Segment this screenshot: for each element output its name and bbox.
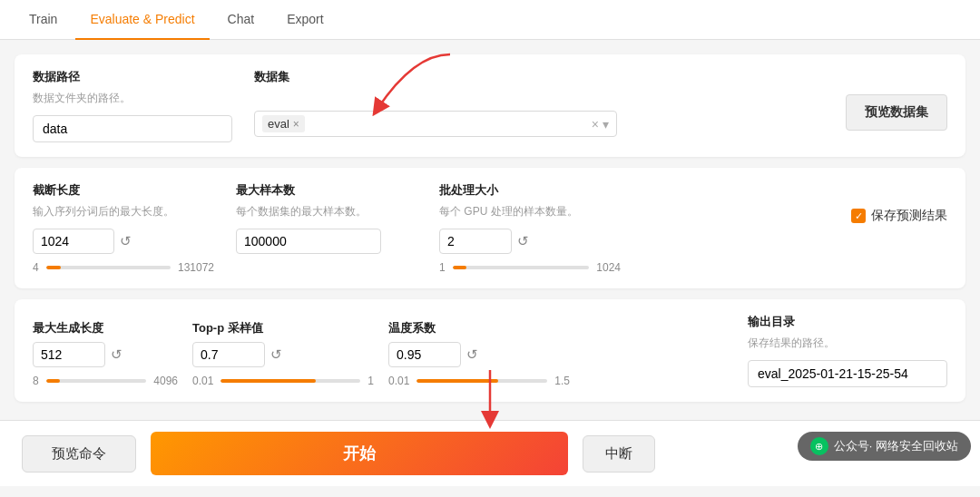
cutoff-label: 截断长度: [33, 182, 214, 199]
data-path-input[interactable]: [33, 115, 232, 142]
tab-chat[interactable]: Chat: [213, 0, 270, 40]
temp-group: 温度系数 ↺ 0.01 1.5: [388, 320, 570, 387]
tab-train[interactable]: Train: [15, 0, 72, 40]
topp-slider[interactable]: 0.01 1: [192, 375, 374, 387]
max-gen-reset-icon[interactable]: ↺: [111, 346, 122, 363]
topp-wrap: ↺: [192, 342, 374, 367]
batch-input[interactable]: [439, 229, 512, 254]
temp-slider[interactable]: 0.01 1.5: [388, 375, 570, 387]
cutoff-input[interactable]: [33, 229, 114, 254]
topp-fill: [220, 379, 316, 383]
temp-fill: [416, 379, 497, 383]
batch-slider[interactable]: 1 1024: [439, 261, 621, 274]
max-gen-fill: [46, 379, 60, 383]
watermark: ⊕ 公众号· 网络安全回收站: [798, 432, 971, 461]
data-path-group: 数据路径 数据文件夹的路径。: [33, 69, 232, 142]
cutoff-reset-icon[interactable]: ↺: [120, 233, 132, 249]
topp-track: [220, 379, 360, 383]
cutoff-max: 131072: [178, 261, 214, 274]
dataset-label: 数据集: [254, 69, 617, 85]
data-path-hint: 数据文件夹的路径。: [33, 91, 232, 106]
topp-label: Top-p 采样值: [192, 320, 374, 336]
output-dir-input[interactable]: [748, 360, 947, 387]
cutoff-group: 截断长度 输入序列分词后的最大长度。 ↺ 4 131072: [33, 182, 214, 274]
temp-reset-icon[interactable]: ↺: [466, 346, 478, 363]
tag-dropdown-icon[interactable]: ▾: [603, 117, 609, 132]
max-gen-label: 最大生成长度: [33, 320, 178, 336]
temp-track: [416, 379, 547, 383]
max-samples-input[interactable]: [236, 229, 381, 254]
batch-size-group: 批处理大小 每个 GPU 处理的样本数量。 ↺ 1 1024: [439, 182, 621, 274]
max-samples-group: 最大样本数 每个数据集的最大样本数。: [236, 182, 417, 254]
batch-track: [453, 266, 590, 269]
batch-size-hint: 每个 GPU 处理的样本数量。: [439, 204, 621, 219]
dataset-tag-close[interactable]: ×: [293, 118, 299, 131]
cutoff-track: [46, 266, 171, 269]
temp-max: 1.5: [554, 375, 570, 387]
temp-input[interactable]: [388, 342, 461, 367]
wechat-icon: ⊕: [810, 437, 828, 455]
dataset-tag-input[interactable]: eval × × ▾: [254, 111, 617, 137]
max-gen-slider[interactable]: 8 4096: [33, 375, 178, 387]
dataset-tag: eval ×: [262, 115, 305, 132]
batch-max: 1024: [596, 261, 621, 274]
max-samples-hint: 每个数据集的最大样本数。: [236, 204, 417, 219]
dataset-tag-text: eval: [268, 117, 289, 131]
param-row: 最大生成长度 ↺ 8 4096 Top-p 采样值 ↺: [33, 314, 947, 387]
cutoff-slider[interactable]: 4 131072: [33, 261, 214, 274]
card-generation: 最大生成长度 ↺ 8 4096 Top-p 采样值 ↺: [15, 299, 965, 402]
topp-min: 0.01: [192, 375, 213, 387]
batch-min: 1: [439, 261, 446, 274]
max-gen-input[interactable]: [33, 342, 105, 367]
data-path-label: 数据路径: [33, 69, 232, 85]
max-gen-group: 最大生成长度 ↺ 8 4096: [33, 320, 178, 387]
card-data: 数据路径 数据文件夹的路径。 数据集 eval × × ▾: [15, 54, 965, 157]
main-content: 数据路径 数据文件夹的路径。 数据集 eval × × ▾: [0, 40, 980, 416]
watermark-text: 公众号· 网络安全回收站: [834, 438, 958, 454]
preview-dataset-button[interactable]: 预览数据集: [846, 94, 947, 131]
batch-fill: [453, 266, 466, 269]
max-gen-wrap: ↺: [33, 342, 178, 367]
batch-size-label: 批处理大小: [439, 182, 621, 199]
stop-button[interactable]: 中断: [583, 435, 655, 473]
temp-label: 温度系数: [388, 320, 570, 336]
start-button[interactable]: 开始: [151, 432, 568, 475]
output-dir-group: 输出目录 保存结果的路径。: [748, 314, 947, 387]
temp-wrap: ↺: [388, 342, 570, 367]
card-params: 截断长度 输入序列分词后的最大长度。 ↺ 4 131072 最大样本数 每个数据…: [15, 168, 965, 288]
tab-bar: Train Evaluate & Predict Chat Export: [0, 0, 980, 40]
topp-group: Top-p 采样值 ↺ 0.01 1: [192, 320, 374, 387]
tag-clear-icon[interactable]: ×: [592, 117, 599, 132]
temp-min: 0.01: [388, 375, 409, 387]
cutoff-hint: 输入序列分词后的最大长度。: [33, 204, 214, 219]
max-samples-label: 最大样本数: [236, 182, 417, 199]
cutoff-fill: [46, 266, 61, 269]
save-predictions-checkbox[interactable]: [851, 209, 866, 223]
preview-cmd-button[interactable]: 预览命令: [22, 435, 136, 473]
cutoff-input-wrap: ↺: [33, 229, 214, 254]
batch-reset-icon[interactable]: ↺: [517, 233, 529, 249]
topp-max: 1: [368, 375, 374, 387]
tab-export[interactable]: Export: [272, 0, 338, 40]
batch-input-wrap: ↺: [439, 229, 621, 254]
save-predictions-label[interactable]: 保存预测结果: [851, 208, 947, 224]
output-dir-hint: 保存结果的路径。: [748, 336, 947, 351]
cutoff-min: 4: [33, 261, 39, 274]
max-gen-min: 8: [33, 375, 39, 387]
tag-input-controls: × ▾: [592, 117, 609, 132]
max-gen-max: 4096: [153, 375, 178, 387]
max-gen-track: [46, 379, 147, 383]
topp-reset-icon[interactable]: ↺: [270, 346, 282, 363]
save-predictions-text: 保存预测结果: [871, 208, 947, 224]
topp-input[interactable]: [192, 342, 265, 367]
dataset-group: 数据集 eval × × ▾: [254, 69, 617, 137]
tab-evaluate[interactable]: Evaluate & Predict: [75, 0, 209, 40]
output-dir-label: 输出目录: [748, 314, 947, 330]
